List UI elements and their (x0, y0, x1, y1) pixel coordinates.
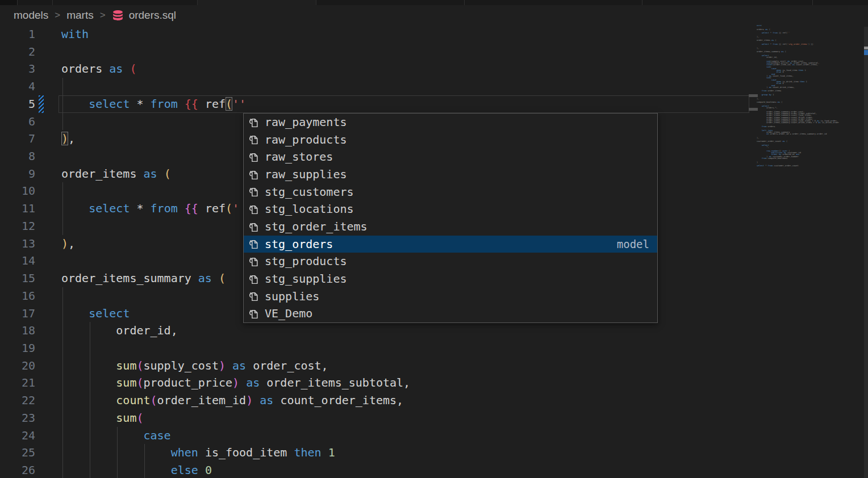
line-number[interactable]: 23 (0, 409, 35, 427)
line-number[interactable]: 16 (0, 287, 35, 305)
indent-guide (117, 462, 118, 478)
suggestion-item[interactable]: stg_products (244, 253, 657, 270)
tab[interactable] (642, 0, 812, 5)
indent-guide (90, 444, 90, 462)
code-token: order_items_subtotal, (266, 376, 410, 389)
suggestion-item[interactable]: raw_supplies (244, 166, 657, 183)
line-number[interactable]: 1 (0, 26, 35, 43)
line-number[interactable]: 5 (0, 95, 35, 113)
code-line[interactable]: count(order_item_id) as count_order_item… (61, 392, 756, 409)
tab-active[interactable] (197, 0, 316, 5)
breadcrumb-item-models[interactable]: models (14, 9, 48, 22)
line-number[interactable]: 25 (0, 444, 35, 462)
line-number[interactable]: 13 (0, 235, 35, 253)
suggestion-item[interactable]: raw_stores (244, 148, 657, 166)
code-line[interactable]: else 0 (61, 462, 756, 478)
minimap[interactable]: with orders as ( select * from {{ ref(''… (757, 25, 862, 468)
line-number[interactable]: 21 (0, 374, 35, 392)
line-number[interactable]: 18 (0, 322, 35, 339)
line-number[interactable]: 2 (0, 43, 35, 61)
suggestion-item[interactable]: raw_products (244, 131, 657, 149)
code-line[interactable]: case (61, 427, 756, 445)
tab[interactable] (17, 0, 52, 5)
indent-guide (62, 113, 63, 131)
indent-guide (62, 427, 63, 445)
suggestion-item[interactable]: raw_payments (244, 114, 657, 131)
code-token (123, 62, 130, 76)
line-number[interactable]: 20 (0, 357, 35, 375)
code-token: select (89, 97, 130, 111)
gutter: 1234567891011121314151617181920212223242… (0, 26, 35, 478)
snippet-icon (248, 290, 260, 302)
breadcrumb-item-marts[interactable]: marts (66, 9, 94, 22)
line-number[interactable]: 22 (0, 392, 35, 409)
line-number[interactable]: 9 (0, 165, 35, 183)
line-number[interactable]: 19 (0, 339, 35, 357)
suggestion-item[interactable]: supplies (244, 288, 657, 305)
line-number[interactable]: 14 (0, 252, 35, 270)
code-line[interactable] (61, 43, 756, 61)
line-number[interactable]: 11 (0, 200, 35, 217)
code-token: ref (205, 202, 226, 215)
code-token: ( (136, 376, 143, 389)
code-line[interactable]: sum(product_price) as order_items_subtot… (61, 374, 756, 392)
line-number[interactable]: 17 (0, 305, 35, 322)
code-token (61, 446, 171, 459)
suggestion-label: raw_stores (265, 148, 333, 166)
tab[interactable] (812, 0, 868, 5)
indent-guide (117, 444, 118, 462)
line-number[interactable]: 3 (0, 60, 35, 78)
suggestion-label: stg_customers (265, 183, 354, 201)
code-line[interactable]: with (61, 26, 756, 43)
line-number[interactable]: 6 (0, 113, 35, 131)
code-line[interactable] (61, 339, 756, 357)
snippet-icon (248, 186, 260, 198)
code-token: else (171, 463, 198, 477)
code-token (273, 393, 280, 407)
line-number[interactable]: 15 (0, 270, 35, 287)
line-number[interactable]: 12 (0, 217, 35, 235)
code-line[interactable] (61, 78, 756, 95)
code-token: ( (164, 167, 171, 181)
suggestion-item[interactable]: stg_customers (244, 183, 657, 201)
suggestion-item[interactable]: stg_order_items (244, 218, 657, 236)
line-number[interactable]: 10 (0, 182, 35, 200)
overview-ruler-cursor-mark (864, 47, 868, 49)
code-token (198, 446, 205, 459)
code-token (198, 202, 205, 215)
indent-guide (62, 339, 63, 357)
code-line[interactable]: sum(supply_cost) as order_cost, (61, 357, 756, 375)
code-token (178, 202, 185, 215)
code-token (61, 411, 116, 425)
line-number[interactable]: 4 (0, 78, 35, 95)
line-number[interactable]: 24 (0, 427, 35, 445)
code-token: as (260, 393, 273, 407)
code-token: sum (116, 376, 136, 389)
breadcrumb-file[interactable]: orders.sql (112, 9, 176, 22)
indent-guide (62, 305, 63, 322)
code-token: product_price (144, 376, 233, 389)
tab[interactable] (52, 0, 197, 5)
suggestion-item[interactable]: VE_Demo (244, 305, 657, 322)
code-line[interactable]: when is_food_item then 1 (61, 444, 756, 462)
minimap-decoration (749, 108, 758, 111)
code-line[interactable]: orders as ( (61, 60, 756, 78)
line-number[interactable]: 26 (0, 462, 35, 478)
tab[interactable] (464, 0, 642, 5)
tab[interactable] (316, 0, 464, 5)
snippet-icon (248, 221, 260, 233)
code-line[interactable]: order_id, (61, 322, 756, 339)
suggestion-item-selected[interactable]: stg_ordersmodel (244, 236, 657, 253)
suggestion-item[interactable]: stg_supplies (244, 270, 657, 288)
line-number[interactable]: 7 (0, 130, 35, 148)
suggestion-item[interactable]: stg_locations (244, 200, 657, 218)
code-token: 0 (205, 463, 212, 477)
code-line[interactable]: select * from {{ ref('' (61, 95, 756, 113)
vertical-scrollbar[interactable] (864, 27, 868, 478)
code-token: * (130, 202, 150, 215)
indent-guide (62, 374, 63, 392)
line-number[interactable]: 8 (0, 148, 35, 165)
code-token: ( (226, 202, 232, 215)
code-line[interactable]: sum( (61, 409, 756, 427)
snippet-icon (248, 238, 260, 250)
